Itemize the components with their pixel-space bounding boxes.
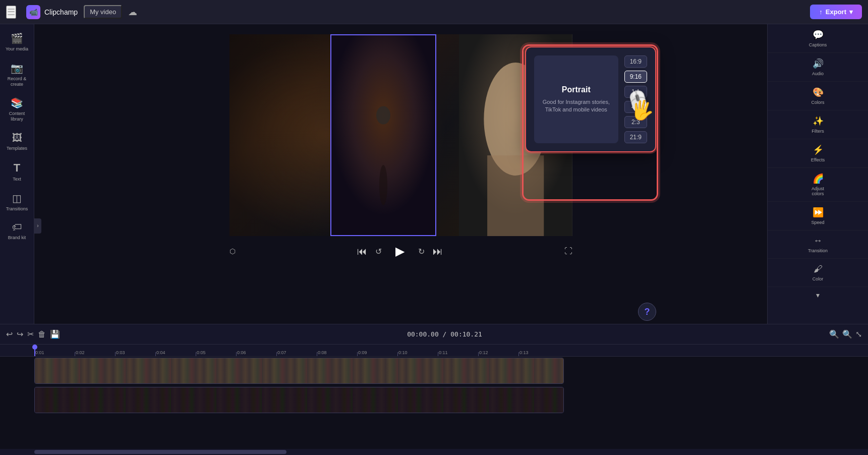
right-panel-effects[interactable]: ⚡ Effects — [768, 139, 868, 168]
aspect-ratio-9-16[interactable]: 9:16 — [624, 71, 647, 83]
playhead-line — [34, 345, 35, 356]
ruler-mark-10: 0:11 — [438, 345, 478, 356]
export-button[interactable]: ↑ Export ▾ — [810, 5, 862, 19]
right-panel-speed[interactable]: ⏩ Speed — [768, 202, 868, 231]
canvas-area: ⬡ ⏮ ↺ ▶ ↻ ⏭ ⛶ Portrait Good for Instagra… — [34, 24, 767, 324]
playback-controls: ⬡ ⏮ ↺ ▶ ↻ ⏭ ⛶ — [229, 241, 572, 261]
sidebar-item-record-create[interactable]: 📷 Record &create — [2, 58, 32, 91]
content-library-icon: 📚 — [11, 97, 23, 109]
audio-icon: 🔊 — [813, 58, 824, 69]
skip-back-button[interactable]: ⏮ — [357, 246, 367, 257]
adjust-colors-icon: 🌈 — [813, 173, 824, 184]
delete-button[interactable]: 🗑 — [38, 330, 46, 339]
right-panel-audio[interactable]: 🔊 Audio — [768, 53, 868, 82]
right-panel-adjust-colors[interactable]: 🌈 Adjustcolors — [768, 168, 868, 202]
sidebar: 🎬 Your media 📷 Record &create 📚 Contentl… — [0, 24, 34, 324]
aspect-portrait-description: Portrait Good for Instagram stories, Tik… — [534, 55, 618, 143]
ruler-mark-2: 0:03 — [115, 345, 155, 356]
track-clip-1[interactable] — [34, 358, 564, 384]
fullscreen-button[interactable]: ⛶ — [564, 247, 572, 256]
aspect-ratio-21-9[interactable]: 21:9 — [624, 131, 647, 143]
brand-kit-icon: 🏷 — [12, 221, 22, 233]
track-clip-2[interactable] — [34, 387, 564, 413]
time-separator: / — [443, 330, 451, 338]
video-preview-container: ⬡ ⏮ ↺ ▶ ↻ ⏭ ⛶ — [229, 34, 572, 261]
svg-rect-6 — [487, 155, 544, 236]
help-button[interactable]: ? — [638, 303, 656, 321]
timeline-scrollbar-thumb[interactable] — [34, 450, 286, 454]
timeline-ruler: 0:01 0:02 0:03 0:04 0:05 0:06 — [0, 345, 868, 357]
ruler-mark-6: 0:07 — [276, 345, 317, 356]
main-layout: 🎬 Your media 📷 Record &create 📚 Contentl… — [0, 24, 868, 324]
right-panel-captions[interactable]: 💬 Captions — [768, 24, 868, 53]
ruler-mark-7: 0:08 — [317, 345, 357, 356]
captions-label: Captions — [809, 42, 827, 47]
audio-label: Audio — [812, 71, 824, 76]
zoom-fit-button[interactable]: ⤡ — [855, 329, 862, 339]
sidebar-item-label-record-create: Record &create — [8, 76, 27, 87]
timeline-current-time: 00:00.00 / 00:10.21 — [64, 330, 825, 338]
save-to-cloud-icon[interactable]: ☁ — [128, 7, 137, 18]
fast-forward-button[interactable]: ↻ — [418, 247, 425, 256]
video-name-button[interactable]: My video — [84, 5, 122, 19]
app-logo: 📹 Clipchamp — [26, 5, 78, 19]
colors-label: Colors — [811, 100, 824, 105]
transition-icon: ↔ — [814, 236, 823, 246]
export-icon: ↑ — [819, 8, 823, 16]
templates-icon: 🖼 — [12, 132, 22, 144]
undo-button[interactable]: ↩ — [6, 329, 13, 339]
ruler-mark-3: 0:04 — [155, 345, 196, 356]
cut-button[interactable]: ✂ — [27, 329, 34, 339]
right-panel-color[interactable]: 🖌 Color — [768, 259, 868, 287]
sidebar-item-label-brand-kit: Brand kit — [8, 235, 26, 241]
sidebar-item-templates[interactable]: 🖼 Templates — [2, 128, 32, 155]
export-label: Export — [826, 8, 846, 16]
collapse-icon: ▾ — [816, 291, 820, 299]
svg-point-3 — [376, 106, 390, 124]
sidebar-item-transitions[interactable]: ◫ Transitions — [2, 188, 32, 216]
video-singer-clip — [330, 34, 436, 236]
total-time: 00:10.21 — [450, 330, 482, 338]
speed-label: Speed — [811, 220, 824, 225]
captions-icon: 💬 — [813, 29, 824, 40]
right-panel: 💬 Captions 🔊 Audio 🎨 Colors ✨ Filters ⚡ … — [767, 24, 868, 324]
redo-button[interactable]: ↪ — [17, 329, 23, 339]
zoom-out-button[interactable]: 🔍 — [829, 329, 839, 339]
aspect-ratio-2-3[interactable]: 2:3 — [624, 116, 647, 128]
aspect-ratio-16-9[interactable]: 16:9 — [624, 55, 647, 68]
timeline-area: ↩ ↪ ✂ 🗑 💾 00:00.00 / 00:10.21 🔍 🔍 ⤡ 0:01 — [0, 324, 868, 455]
export-chevron-icon: ▾ — [849, 8, 853, 16]
adjust-colors-label: Adjustcolors — [812, 186, 824, 196]
sidebar-item-label-your-media: Your media — [6, 46, 28, 52]
sidebar-item-your-media[interactable]: 🎬 Your media — [2, 28, 32, 56]
color-label: Color — [813, 276, 824, 281]
right-panel-colors[interactable]: 🎨 Colors — [768, 82, 868, 110]
zoom-in-button[interactable]: 🔍 — [842, 329, 852, 339]
save-frame-button[interactable]: 💾 — [50, 329, 60, 339]
ruler-mark-5: 0:06 — [236, 345, 276, 356]
topbar: ☰ 📹 Clipchamp My video ☁ ↑ Export ▾ — [0, 0, 868, 24]
right-panel-filters[interactable]: ✨ Filters — [768, 110, 868, 139]
sidebar-expand-handle[interactable]: › — [34, 218, 41, 234]
sidebar-item-text[interactable]: T Text — [2, 157, 32, 186]
menu-button[interactable]: ☰ — [6, 6, 16, 19]
playhead-head — [32, 345, 37, 350]
colors-icon: 🎨 — [813, 87, 824, 98]
your-media-icon: 🎬 — [11, 32, 23, 44]
right-panel-transition[interactable]: ↔ Transition — [768, 231, 868, 259]
ruler-mark-9: 0:10 — [397, 345, 438, 356]
current-time: 00:00.00 — [407, 330, 439, 338]
timeline-zoom-controls: 🔍 🔍 ⤡ — [829, 329, 862, 339]
rewind-button[interactable]: ↺ — [375, 247, 382, 256]
transition-label: Transition — [808, 248, 828, 253]
right-panel-collapse[interactable]: ▾ — [768, 287, 868, 303]
filters-label: Filters — [812, 129, 824, 134]
skip-forward-button[interactable]: ⏭ — [433, 246, 443, 257]
captions-toggle-button[interactable]: ⬡ — [229, 247, 236, 255]
sidebar-item-brand-kit[interactable]: 🏷 Brand kit — [2, 217, 32, 245]
play-button[interactable]: ▶ — [390, 241, 410, 261]
timeline-scrollbar[interactable] — [0, 449, 868, 455]
app-title: Clipchamp — [44, 8, 78, 16]
sidebar-item-content-library[interactable]: 📚 Contentlibrary — [2, 93, 32, 126]
transitions-icon: ◫ — [12, 192, 22, 204]
